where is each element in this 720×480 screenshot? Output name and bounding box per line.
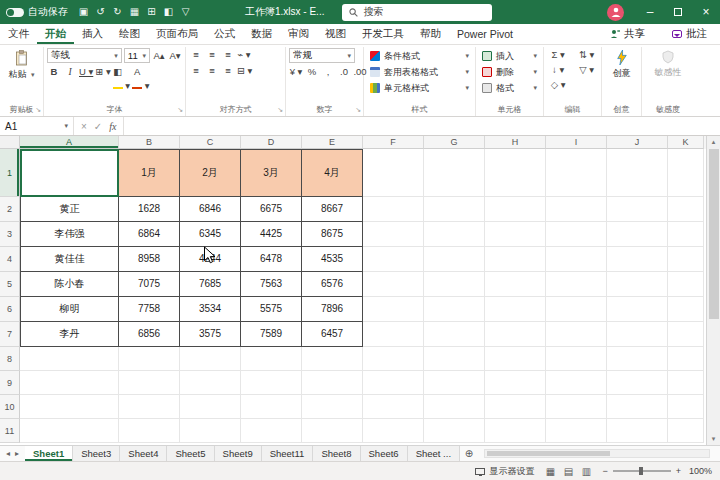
cell-F10[interactable] bbox=[363, 395, 424, 419]
sensitivity-button[interactable]: 敏感性 bbox=[645, 48, 691, 79]
page-break-view-button[interactable]: ▥ bbox=[579, 466, 593, 477]
close-button[interactable]: × bbox=[692, 0, 720, 24]
cell-J11[interactable] bbox=[607, 419, 668, 443]
tab-绘图[interactable]: 绘图 bbox=[111, 24, 148, 44]
column-header-C[interactable]: C bbox=[180, 136, 241, 149]
column-header-E[interactable]: E bbox=[302, 136, 363, 149]
cell-B3[interactable]: 6864 bbox=[119, 222, 180, 247]
cell-F1[interactable] bbox=[363, 149, 424, 197]
cell-E11[interactable] bbox=[302, 419, 363, 443]
tab-视图[interactable]: 视图 bbox=[317, 24, 354, 44]
sheet-tab-Sheet9[interactable]: Sheet9 bbox=[215, 446, 262, 461]
cell-D11[interactable] bbox=[241, 419, 302, 443]
cell-H2[interactable] bbox=[485, 197, 546, 222]
font-color-button[interactable]: A ▾ bbox=[132, 65, 149, 79]
cell-G9[interactable] bbox=[424, 371, 485, 395]
horizontal-scrollbar[interactable] bbox=[484, 449, 710, 458]
cell-I5[interactable] bbox=[546, 272, 607, 297]
cell-J2[interactable] bbox=[607, 197, 668, 222]
cell-A11[interactable] bbox=[20, 419, 119, 443]
cell-A10[interactable] bbox=[20, 395, 119, 419]
align-top-button[interactable]: ≡ bbox=[189, 48, 203, 62]
cell-B5[interactable]: 7075 bbox=[119, 272, 180, 297]
paste-button[interactable]: 粘贴 ▾ bbox=[3, 48, 40, 81]
cell-I10[interactable] bbox=[546, 395, 607, 419]
italic-button[interactable]: I bbox=[63, 65, 77, 79]
cell-E6[interactable]: 7896 bbox=[302, 297, 363, 322]
cell-A9[interactable] bbox=[20, 371, 119, 395]
delete-cells-button[interactable]: 删除▾ bbox=[479, 64, 540, 80]
row-header-9[interactable]: 9 bbox=[0, 371, 20, 395]
cell-J1[interactable] bbox=[607, 149, 668, 197]
zoom-level[interactable]: 100% bbox=[686, 466, 712, 476]
cell-A2[interactable]: 黄正 bbox=[20, 197, 119, 222]
display-settings-button[interactable]: 显示器设置 bbox=[475, 465, 534, 478]
cell-D1[interactable]: 3月 bbox=[241, 149, 302, 197]
cell-K4[interactable] bbox=[668, 247, 704, 272]
cell-E9[interactable] bbox=[302, 371, 363, 395]
cell-H9[interactable] bbox=[485, 371, 546, 395]
column-header-J[interactable]: J bbox=[607, 136, 668, 149]
cell-H11[interactable] bbox=[485, 419, 546, 443]
cell-J6[interactable] bbox=[607, 297, 668, 322]
cell-H5[interactable] bbox=[485, 272, 546, 297]
cell-I9[interactable] bbox=[546, 371, 607, 395]
sheet-tab-Sheet6[interactable]: Sheet6 bbox=[361, 446, 408, 461]
tab-公式[interactable]: 公式 bbox=[206, 24, 243, 44]
next-sheet-icon[interactable]: ▸ bbox=[15, 449, 19, 458]
cell-D3[interactable]: 4425 bbox=[241, 222, 302, 247]
cell-E3[interactable]: 8675 bbox=[302, 222, 363, 247]
cell-H1[interactable] bbox=[485, 149, 546, 197]
ideas-button[interactable]: 创意 bbox=[605, 48, 638, 80]
format-cells-button[interactable]: 格式▾ bbox=[479, 80, 540, 96]
cell-C1[interactable]: 2月 bbox=[180, 149, 241, 197]
maximize-button[interactable] bbox=[664, 0, 692, 24]
sheet-tab-Sheet8[interactable]: Sheet8 bbox=[313, 446, 360, 461]
cell-C4[interactable]: 4244 bbox=[180, 247, 241, 272]
horizontal-scroll-thumb[interactable] bbox=[487, 451, 610, 456]
cell-B6[interactable]: 7758 bbox=[119, 297, 180, 322]
tab-审阅[interactable]: 审阅 bbox=[280, 24, 317, 44]
cell-G1[interactable] bbox=[424, 149, 485, 197]
cell-A4[interactable]: 黄佳佳 bbox=[20, 247, 119, 272]
filter-icon[interactable]: ▽ bbox=[178, 4, 193, 20]
cell-K11[interactable] bbox=[668, 419, 704, 443]
cell-F11[interactable] bbox=[363, 419, 424, 443]
format-as-table-button[interactable]: 套用表格格式▾ bbox=[367, 64, 472, 80]
clear-button[interactable]: ◇ ▾ bbox=[547, 78, 569, 92]
cell-K5[interactable] bbox=[668, 272, 704, 297]
cell-J9[interactable] bbox=[607, 371, 668, 395]
cell-A6[interactable]: 柳明 bbox=[20, 297, 119, 322]
cell-B2[interactable]: 1628 bbox=[119, 197, 180, 222]
cell-K3[interactable] bbox=[668, 222, 704, 247]
cell-F3[interactable] bbox=[363, 222, 424, 247]
cell-D5[interactable]: 7563 bbox=[241, 272, 302, 297]
cell-E4[interactable]: 4535 bbox=[302, 247, 363, 272]
vertical-scrollbar[interactable]: ▴ ▾ bbox=[706, 136, 720, 445]
cell-C8[interactable] bbox=[180, 347, 241, 371]
new-sheet-button[interactable]: ⊕ bbox=[460, 446, 478, 461]
cell-I1[interactable] bbox=[546, 149, 607, 197]
cell-I11[interactable] bbox=[546, 419, 607, 443]
cell-J8[interactable] bbox=[607, 347, 668, 371]
cell-D10[interactable] bbox=[241, 395, 302, 419]
cell-J5[interactable] bbox=[607, 272, 668, 297]
tab-开发工具[interactable]: 开发工具 bbox=[354, 24, 412, 44]
find-select-button[interactable]: ▽ ▾ bbox=[575, 63, 598, 77]
sort-filter-button[interactable]: ⇅ ▾ bbox=[575, 48, 598, 62]
font-size-select[interactable]: 11▾ bbox=[124, 48, 150, 63]
cell-styles-button[interactable]: 单元格样式▾ bbox=[367, 80, 472, 96]
sheet-tab-Sheet3[interactable]: Sheet3 bbox=[73, 446, 120, 461]
cell-G3[interactable] bbox=[424, 222, 485, 247]
cell-A1[interactable] bbox=[20, 149, 119, 197]
increase-decimal-button[interactable]: .0 bbox=[337, 65, 351, 79]
cell-D8[interactable] bbox=[241, 347, 302, 371]
cell-F2[interactable] bbox=[363, 197, 424, 222]
cell-F4[interactable] bbox=[363, 247, 424, 272]
fill-button[interactable]: ↓ ▾ bbox=[547, 63, 569, 77]
avatar[interactable] bbox=[607, 4, 624, 21]
row-header-11[interactable]: 11 bbox=[0, 419, 20, 443]
normal-view-button[interactable]: ▦ bbox=[543, 466, 557, 477]
cell-C9[interactable] bbox=[180, 371, 241, 395]
cell-K1[interactable] bbox=[668, 149, 704, 197]
